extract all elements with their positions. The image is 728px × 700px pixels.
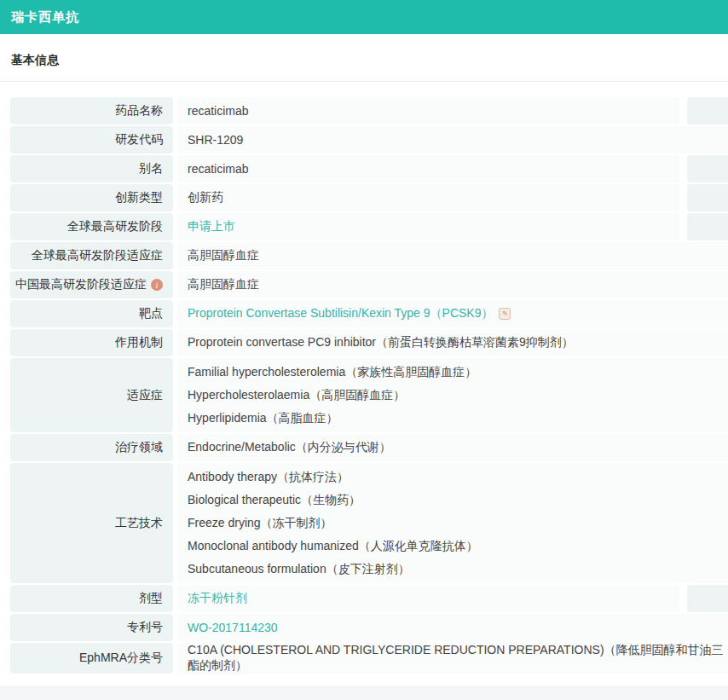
table-row-rd-code: 研发代码 SHR-1209	[10, 126, 728, 153]
field-label: 工艺技术	[10, 463, 173, 583]
field-label-text: 中国最高研发阶段适应症	[15, 277, 147, 292]
field-value: Proprotein convertase PC9 inhibitor（前蛋白转…	[177, 329, 728, 356]
field-label: 适应症	[10, 358, 173, 432]
field-value: recaticimab	[177, 97, 679, 124]
field-label-text: 别名	[139, 161, 163, 176]
table-row-indications: 适应症 Familial hypercholesterolemia（家族性高胆固…	[10, 358, 728, 432]
field-value-line: Hypercholesterolaemia（高胆固醇血症）	[188, 384, 405, 407]
field-label-text: EphMRA分类号	[79, 651, 163, 666]
field-label-text: 创新类型	[115, 190, 163, 205]
field-value: Proprotein Convertase Subtilisin/Kexin T…	[177, 300, 728, 327]
table-row-therapeutic-area: 治疗领域 Endocrine/Metabolic（内分泌与代谢）	[10, 434, 728, 461]
dosage-form-link[interactable]: 冻干粉针剂	[188, 591, 247, 606]
field-value-text: recaticimab	[188, 162, 249, 176]
field-value-text: Proprotein convertase PC9 inhibitor（前蛋白转…	[188, 335, 574, 350]
field-value-line: Freeze drying（冻干制剂）	[188, 512, 332, 535]
table-row-global-phase-indication: 全球最高研发阶段适应症 高胆固醇血症	[10, 242, 728, 269]
field-label: 全球最高研发阶段	[10, 213, 173, 240]
field-label-text: 全球最高研发阶段	[67, 219, 163, 234]
field-label: 研发代码	[10, 126, 173, 153]
field-value: SHR-1209	[177, 126, 728, 153]
field-label: 专利号	[10, 614, 173, 641]
table-row-patent: 专利号 WO-2017114230	[10, 614, 728, 641]
field-value-line: Antibody therapy（抗体疗法）	[188, 466, 349, 489]
table-row-alias: 别名 recaticimab	[10, 155, 728, 182]
field-label: 别名	[10, 155, 173, 182]
table-row-dosage-form: 剂型 冻干粉针剂	[10, 585, 728, 612]
field-label-text: 治疗领域	[115, 440, 163, 455]
table-row-global-phase: 全球最高研发阶段 申请上市	[10, 213, 728, 240]
field-label: 药品名称	[10, 97, 173, 124]
table-row-mechanism: 作用机制 Proprotein convertase PC9 inhibitor…	[10, 329, 728, 356]
second-column-label-stub	[687, 213, 728, 240]
field-value-text: SHR-1209	[188, 133, 243, 147]
field-value: WO-2017114230	[177, 614, 728, 641]
field-label: EphMRA分类号	[10, 643, 173, 674]
page-title: 瑞卡西单抗	[11, 9, 79, 26]
global-phase-link[interactable]: 申请上市	[188, 219, 235, 234]
info-icon[interactable]: i	[151, 279, 163, 291]
field-value: Familial hypercholesterolemia（家族性高胆固醇血症）…	[177, 358, 728, 432]
field-value: Antibody therapy（抗体疗法） Biological therap…	[177, 463, 728, 583]
second-column-label-stub	[687, 97, 728, 124]
field-label: 全球最高研发阶段适应症	[10, 242, 173, 269]
field-label-text: 工艺技术	[115, 516, 163, 531]
field-value-text: Endocrine/Metabolic（内分泌与代谢）	[188, 440, 391, 455]
page-header-bar: 瑞卡西单抗	[0, 0, 728, 34]
next-section-strip	[0, 686, 728, 700]
field-value-text: C10A (CHOLESTEROL AND TRIGLYCERIDE REDUC…	[188, 643, 728, 674]
field-label: 治疗领域	[10, 434, 173, 461]
basic-info-table: 药品名称 recaticimab 研发代码 SHR-1209 别名 recati…	[0, 82, 728, 674]
patent-link[interactable]: WO-2017114230	[188, 621, 278, 634]
field-value-line: Biological therapeutic（生物药）	[188, 489, 361, 512]
field-value-line: Hyperlipidemia（高脂血症）	[188, 407, 338, 430]
field-value: 冻干粉针剂	[177, 585, 679, 612]
field-label: 创新类型	[10, 184, 173, 211]
table-row-technology: 工艺技术 Antibody therapy（抗体疗法） Biological t…	[10, 463, 728, 583]
field-value-text: 创新药	[188, 190, 223, 205]
field-label-text: 作用机制	[115, 335, 163, 350]
second-column-label-stub	[687, 184, 728, 211]
field-value: 高胆固醇血症	[177, 271, 728, 298]
second-column-label-stub	[687, 155, 728, 182]
field-value: Endocrine/Metabolic（内分泌与代谢）	[177, 434, 728, 461]
field-label-text: 研发代码	[115, 132, 163, 148]
field-value: 申请上市	[177, 213, 679, 240]
field-label: 靶点	[10, 300, 173, 327]
second-column-label-stub	[687, 585, 728, 612]
field-label-text: 全球最高研发阶段适应症	[32, 248, 163, 263]
field-value-line: Monoclonal antibody humanized（人源化单克隆抗体）	[188, 535, 478, 558]
table-row-innovation-type: 创新类型 创新药	[10, 184, 728, 211]
field-value: 创新药	[177, 184, 679, 211]
target-link[interactable]: Proprotein Convertase Subtilisin/Kexin T…	[188, 306, 493, 321]
field-value-line: Familial hypercholesterolemia（家族性高胆固醇血症）	[188, 361, 477, 384]
field-value: C10A (CHOLESTEROL AND TRIGLYCERIDE REDUC…	[177, 643, 728, 674]
field-label: 中国最高研发阶段适应症 i	[10, 271, 173, 298]
table-row-china-phase-indication: 中国最高研发阶段适应症 i 高胆固醇血症	[10, 271, 728, 298]
table-row-ephmra: EphMRA分类号 C10A (CHOLESTEROL AND TRIGLYCE…	[10, 643, 728, 674]
field-value-line: Subcutaneous formulation（皮下注射剂）	[188, 558, 410, 581]
section-title: 基本信息	[0, 34, 728, 81]
field-value-text: recaticimab	[188, 104, 249, 118]
field-value-text: 高胆固醇血症	[188, 277, 259, 292]
field-label-text: 剂型	[139, 591, 163, 606]
field-label: 作用机制	[10, 329, 173, 356]
target-external-link-icon[interactable]: ✎	[499, 308, 511, 320]
field-label-text: 靶点	[139, 306, 163, 321]
field-label: 剂型	[10, 585, 173, 612]
field-value: 高胆固醇血症	[177, 242, 728, 269]
field-value: recaticimab	[177, 155, 679, 182]
field-label-text: 专利号	[127, 620, 163, 635]
table-row-target: 靶点 Proprotein Convertase Subtilisin/Kexi…	[10, 300, 728, 327]
field-label-text: 药品名称	[115, 103, 163, 119]
field-label-text: 适应症	[127, 388, 163, 403]
table-row-drug-name: 药品名称 recaticimab	[10, 97, 728, 124]
field-value-text: 高胆固醇血症	[188, 248, 259, 263]
